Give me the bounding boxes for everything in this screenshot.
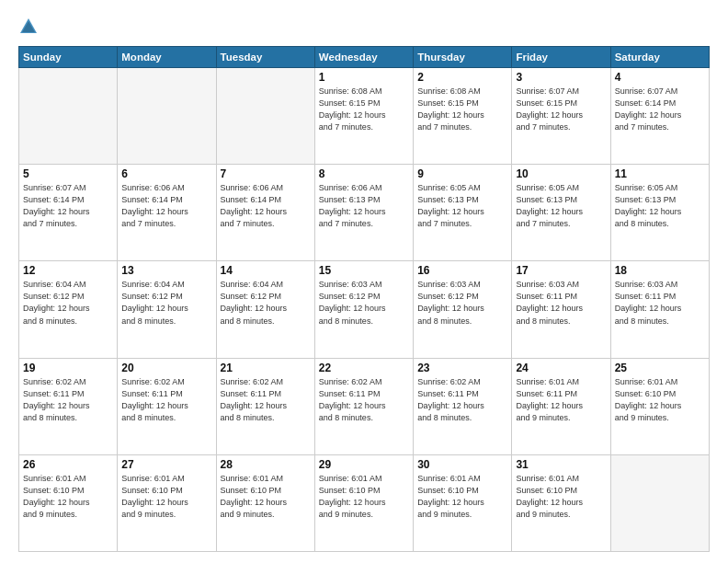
calendar-cell: 21Sunrise: 6:02 AM Sunset: 6:11 PM Dayli… [216,358,314,454]
day-info: Sunrise: 6:01 AM Sunset: 6:11 PM Dayligh… [516,376,606,424]
calendar-cell: 14Sunrise: 6:04 AM Sunset: 6:12 PM Dayli… [216,261,314,358]
day-info: Sunrise: 6:02 AM Sunset: 6:11 PM Dayligh… [417,376,507,424]
day-number: 31 [516,458,606,471]
day-info: Sunrise: 6:04 AM Sunset: 6:12 PM Dayligh… [221,279,311,327]
day-info: Sunrise: 6:01 AM Sunset: 6:10 PM Dayligh… [319,473,409,521]
calendar-cell: 26Sunrise: 6:01 AM Sunset: 6:10 PM Dayli… [19,454,118,551]
day-info: Sunrise: 6:08 AM Sunset: 6:15 PM Dayligh… [417,86,507,133]
day-info: Sunrise: 6:01 AM Sunset: 6:10 PM Dayligh… [615,376,705,424]
calendar-cell: 2Sunrise: 6:08 AM Sunset: 6:15 PM Daylig… [414,68,512,165]
calendar-cell: 23Sunrise: 6:02 AM Sunset: 6:11 PM Dayli… [414,358,512,454]
calendar-cell: 29Sunrise: 6:01 AM Sunset: 6:10 PM Dayli… [314,454,413,551]
day-info: Sunrise: 6:07 AM Sunset: 6:14 PM Dayligh… [615,86,705,133]
day-number: 29 [319,458,409,471]
day-info: Sunrise: 6:02 AM Sunset: 6:11 PM Dayligh… [23,376,113,424]
weekday-header-row: SundayMondayTuesdayWednesdayThursdayFrid… [19,47,710,68]
day-info: Sunrise: 6:05 AM Sunset: 6:13 PM Dayligh… [516,182,606,230]
calendar-cell: 1Sunrise: 6:08 AM Sunset: 6:15 PM Daylig… [314,68,413,165]
week-row-2: 5Sunrise: 6:07 AM Sunset: 6:14 PM Daylig… [19,165,710,261]
day-number: 21 [221,362,311,374]
day-number: 10 [516,167,606,180]
day-number: 2 [417,71,507,84]
day-number: 18 [615,264,705,277]
day-number: 27 [121,458,211,471]
calendar-cell: 17Sunrise: 6:03 AM Sunset: 6:11 PM Dayli… [512,261,610,358]
calendar-cell: 30Sunrise: 6:01 AM Sunset: 6:10 PM Dayli… [414,454,512,551]
calendar-cell [610,454,709,551]
day-info: Sunrise: 6:06 AM Sunset: 6:13 PM Dayligh… [319,182,409,230]
day-info: Sunrise: 6:07 AM Sunset: 6:14 PM Dayligh… [23,182,113,230]
day-number: 17 [516,264,606,277]
calendar-cell: 4Sunrise: 6:07 AM Sunset: 6:14 PM Daylig… [610,68,709,165]
day-info: Sunrise: 6:01 AM Sunset: 6:10 PM Dayligh… [23,473,113,521]
day-number: 12 [23,264,113,277]
day-info: Sunrise: 6:01 AM Sunset: 6:10 PM Dayligh… [121,473,211,521]
day-number: 19 [23,362,113,374]
day-info: Sunrise: 6:04 AM Sunset: 6:12 PM Dayligh… [23,279,113,327]
day-number: 20 [121,362,211,374]
day-info: Sunrise: 6:03 AM Sunset: 6:11 PM Dayligh… [615,279,705,327]
day-info: Sunrise: 6:04 AM Sunset: 6:12 PM Dayligh… [121,279,211,327]
day-info: Sunrise: 6:03 AM Sunset: 6:12 PM Dayligh… [417,279,507,327]
week-row-4: 19Sunrise: 6:02 AM Sunset: 6:11 PM Dayli… [19,358,710,454]
calendar-cell: 11Sunrise: 6:05 AM Sunset: 6:13 PM Dayli… [610,165,709,261]
day-number: 16 [417,264,507,277]
week-row-5: 26Sunrise: 6:01 AM Sunset: 6:10 PM Dayli… [19,454,710,551]
day-info: Sunrise: 6:02 AM Sunset: 6:11 PM Dayligh… [221,376,311,424]
day-number: 11 [615,167,705,180]
calendar-cell: 22Sunrise: 6:02 AM Sunset: 6:11 PM Dayli… [314,358,413,454]
calendar-cell: 13Sunrise: 6:04 AM Sunset: 6:12 PM Dayli… [118,261,216,358]
day-number: 25 [615,362,705,374]
day-info: Sunrise: 6:05 AM Sunset: 6:13 PM Dayligh… [615,182,705,230]
calendar-table: SundayMondayTuesdayWednesdayThursdayFrid… [18,46,710,552]
calendar-cell: 24Sunrise: 6:01 AM Sunset: 6:11 PM Dayli… [512,358,610,454]
day-number: 7 [221,167,311,180]
calendar-cell: 12Sunrise: 6:04 AM Sunset: 6:12 PM Dayli… [19,261,118,358]
week-row-3: 12Sunrise: 6:04 AM Sunset: 6:12 PM Dayli… [19,261,710,358]
calendar-cell: 10Sunrise: 6:05 AM Sunset: 6:13 PM Dayli… [512,165,610,261]
day-number: 24 [516,362,606,374]
calendar-cell: 25Sunrise: 6:01 AM Sunset: 6:10 PM Dayli… [610,358,709,454]
day-number: 14 [221,264,311,277]
calendar-cell: 8Sunrise: 6:06 AM Sunset: 6:13 PM Daylig… [314,165,413,261]
day-info: Sunrise: 6:02 AM Sunset: 6:11 PM Dayligh… [319,376,409,424]
day-info: Sunrise: 6:06 AM Sunset: 6:14 PM Dayligh… [221,182,311,230]
calendar-cell: 18Sunrise: 6:03 AM Sunset: 6:11 PM Dayli… [610,261,709,358]
calendar-cell [19,68,118,165]
day-info: Sunrise: 6:07 AM Sunset: 6:15 PM Dayligh… [516,86,606,133]
page: SundayMondayTuesdayWednesdayThursdayFrid… [0,0,728,563]
calendar-cell: 3Sunrise: 6:07 AM Sunset: 6:15 PM Daylig… [512,68,610,165]
header [18,17,710,37]
day-number: 9 [417,167,507,180]
day-number: 13 [121,264,211,277]
calendar-cell [118,68,216,165]
day-number: 8 [319,167,409,180]
day-info: Sunrise: 6:03 AM Sunset: 6:12 PM Dayligh… [319,279,409,327]
day-info: Sunrise: 6:02 AM Sunset: 6:11 PM Dayligh… [121,376,211,424]
day-info: Sunrise: 6:05 AM Sunset: 6:13 PM Dayligh… [417,182,507,230]
calendar-cell [216,68,314,165]
day-number: 28 [221,458,311,471]
calendar-cell: 15Sunrise: 6:03 AM Sunset: 6:12 PM Dayli… [314,261,413,358]
day-number: 30 [417,458,507,471]
day-info: Sunrise: 6:08 AM Sunset: 6:15 PM Dayligh… [319,86,409,133]
day-number: 26 [23,458,113,471]
weekday-header-sunday: Sunday [19,47,118,68]
week-row-1: 1Sunrise: 6:08 AM Sunset: 6:15 PM Daylig… [19,68,710,165]
day-number: 4 [615,71,705,84]
day-info: Sunrise: 6:01 AM Sunset: 6:10 PM Dayligh… [221,473,311,521]
weekday-header-thursday: Thursday [414,47,512,68]
calendar-cell: 7Sunrise: 6:06 AM Sunset: 6:14 PM Daylig… [216,165,314,261]
day-number: 22 [319,362,409,374]
logo [18,17,40,37]
logo-icon [18,17,39,37]
calendar-cell: 20Sunrise: 6:02 AM Sunset: 6:11 PM Dayli… [118,358,216,454]
calendar-cell: 31Sunrise: 6:01 AM Sunset: 6:10 PM Dayli… [512,454,610,551]
calendar-cell: 28Sunrise: 6:01 AM Sunset: 6:10 PM Dayli… [216,454,314,551]
day-number: 23 [417,362,507,374]
day-info: Sunrise: 6:01 AM Sunset: 6:10 PM Dayligh… [516,473,606,521]
day-number: 5 [23,167,113,180]
day-number: 3 [516,71,606,84]
calendar-cell: 27Sunrise: 6:01 AM Sunset: 6:10 PM Dayli… [118,454,216,551]
day-number: 1 [319,71,409,84]
